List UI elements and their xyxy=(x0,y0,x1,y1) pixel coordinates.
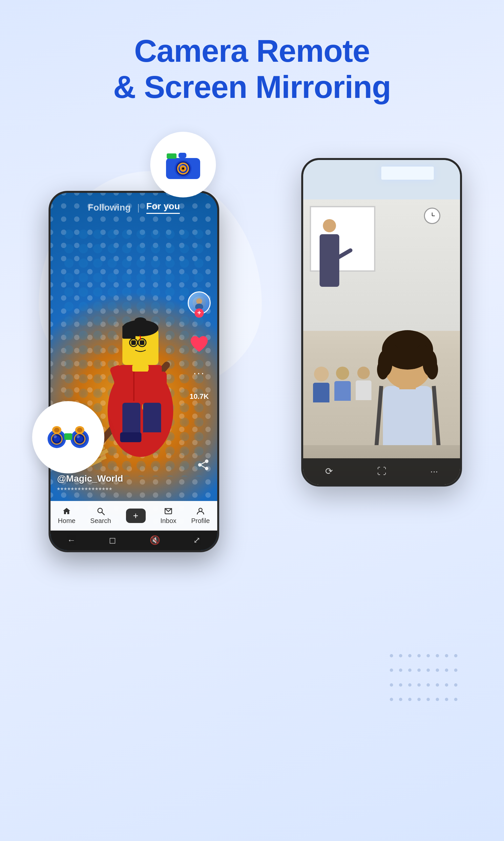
svg-point-22 xyxy=(76,435,80,438)
svg-rect-6 xyxy=(167,153,177,159)
nav-search[interactable]: Search xyxy=(90,507,111,525)
fullscreen-icon[interactable]: ⤢ xyxy=(193,535,200,545)
svg-point-12 xyxy=(182,168,184,170)
svg-rect-7 xyxy=(179,153,186,158)
svg-rect-55 xyxy=(143,403,161,435)
teacher-figure xyxy=(316,219,343,305)
nav-profile[interactable]: Profile xyxy=(191,507,210,525)
svg-rect-44 xyxy=(122,326,136,339)
more-options-dots[interactable]: ··· xyxy=(193,367,205,379)
phone-right-bottombar: ⟳ ⛶ ··· xyxy=(303,458,460,484)
system-bar: ← ◻ 🔇 ⤢ xyxy=(51,531,217,550)
back-icon[interactable]: ← xyxy=(67,535,76,545)
user-info: @Magic_World **************** xyxy=(57,474,211,494)
svg-rect-45 xyxy=(131,340,136,345)
svg-rect-54 xyxy=(122,403,141,435)
svg-rect-46 xyxy=(140,340,144,345)
phone-left: Following | For you + xyxy=(49,191,219,552)
svg-point-17 xyxy=(53,435,57,438)
more-icon[interactable]: ··· xyxy=(430,466,438,477)
nav-inbox[interactable]: Inbox xyxy=(160,507,177,525)
overview-icon[interactable]: ◻ xyxy=(109,535,116,545)
fullscreen-icon[interactable]: ⛶ xyxy=(377,466,386,477)
svg-point-75 xyxy=(417,344,427,354)
nav-home[interactable]: Home xyxy=(58,507,75,525)
ceiling xyxy=(303,160,460,200)
wall-clock xyxy=(424,208,440,224)
svg-rect-23 xyxy=(64,433,72,440)
classroom-background xyxy=(303,160,460,484)
camera-icon xyxy=(163,148,203,181)
binoculars-icon-circle xyxy=(32,401,104,474)
svg-point-68 xyxy=(377,360,389,379)
tab-divider: | xyxy=(137,202,140,213)
bottom-nav: Home Search + Inbox xyxy=(51,501,217,531)
phones-container: Following | For you + xyxy=(22,132,482,772)
svg-point-29 xyxy=(77,428,83,432)
svg-point-53 xyxy=(134,317,146,324)
nav-add-button[interactable]: + xyxy=(126,509,146,523)
phone-right: ⟳ ⛶ ··· xyxy=(301,158,462,486)
svg-rect-57 xyxy=(142,432,163,442)
share-button[interactable] xyxy=(197,458,210,475)
camera-icon-circle xyxy=(150,132,216,198)
svg-point-28 xyxy=(54,428,59,432)
student-figure xyxy=(335,367,351,402)
volume-icon: 🔇 xyxy=(150,535,160,545)
student-figure xyxy=(313,367,329,402)
ceiling-light xyxy=(381,167,434,180)
svg-point-74 xyxy=(388,344,398,354)
username-label: @Magic_World xyxy=(57,474,211,484)
page-title: Camera Remote & Screen Mirroring xyxy=(113,33,391,105)
side-icons: + ··· 10.7K xyxy=(188,291,211,401)
dots-grid xyxy=(390,654,455,707)
binoculars-icon xyxy=(45,421,91,454)
comments-button[interactable]: ··· xyxy=(193,367,205,379)
svg-point-60 xyxy=(199,508,202,512)
like-count: 10.7K xyxy=(190,392,209,401)
tab-for-you[interactable]: For you xyxy=(146,201,180,214)
svg-rect-50 xyxy=(132,365,149,372)
follow-button[interactable]: + xyxy=(195,308,204,318)
tab-following[interactable]: Following xyxy=(88,202,131,213)
svg-rect-56 xyxy=(120,432,141,442)
svg-point-70 xyxy=(426,360,438,379)
user-description: **************** xyxy=(57,486,211,494)
phone-left-topbar: Following | For you xyxy=(51,193,217,222)
svg-line-59 xyxy=(102,513,104,515)
like-button[interactable] xyxy=(189,334,210,354)
rotate-icon[interactable]: ⟳ xyxy=(325,466,333,477)
